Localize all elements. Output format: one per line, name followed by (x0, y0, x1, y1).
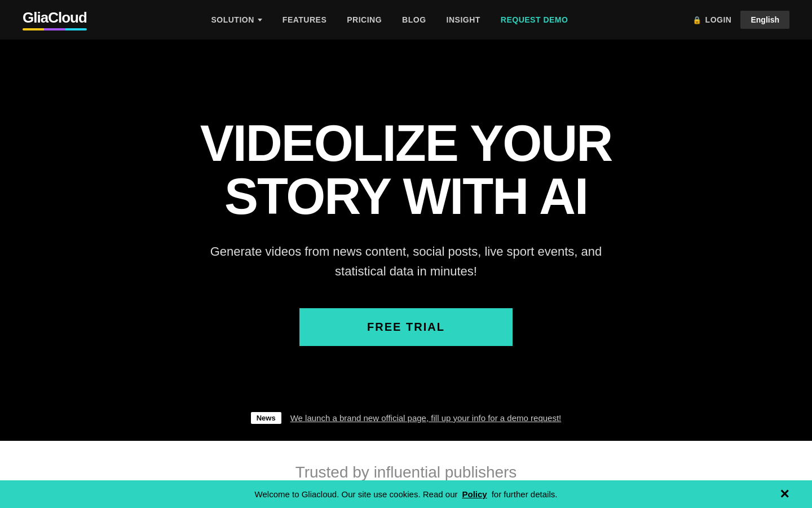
news-link[interactable]: We launch a brand new official page, fil… (290, 413, 562, 423)
nav-link-features[interactable]: FEATURES (283, 15, 326, 24)
nav-link-pricing[interactable]: PRICING (347, 15, 382, 24)
nav-link-request-demo[interactable]: REQUEST DEMO (501, 15, 568, 24)
nav-item-request-demo[interactable]: REQUEST DEMO (501, 15, 568, 25)
nav-right: 🔒 LOGIN English (692, 11, 789, 29)
news-bar: News We launch a brand new official page… (0, 401, 812, 441)
nav-link-blog[interactable]: BLOG (402, 15, 426, 24)
hero-subtitle: Generate videos from news content, socia… (192, 242, 620, 281)
underline-cyan (65, 28, 87, 30)
cookie-close-button[interactable]: ✕ (779, 488, 789, 501)
logo-text-part2: Cloud (48, 9, 87, 26)
logo[interactable]: GliaCloud (23, 9, 87, 30)
language-button[interactable]: English (740, 11, 789, 29)
cookie-banner: Welcome to Gliacloud. Our site use cooki… (0, 480, 812, 508)
free-trial-button[interactable]: FREE TRIAL (299, 308, 513, 346)
nav-links: SOLUTION FEATURES PRICING BLOG INSIGHT R… (211, 15, 568, 25)
underline-yellow (23, 28, 44, 30)
lock-icon: 🔒 (692, 16, 702, 24)
login-button[interactable]: 🔒 LOGIN (692, 15, 731, 24)
nav-item-insight[interactable]: INSIGHT (447, 15, 480, 25)
news-badge: News (251, 412, 281, 424)
chevron-down-icon (258, 19, 262, 21)
nav-item-blog[interactable]: BLOG (402, 15, 426, 25)
logo-text-part1: Glia (23, 9, 48, 26)
underline-purple (44, 28, 65, 30)
hero-section: VIDEOLIZE YOUR STORY WITH AI Generate vi… (0, 40, 812, 401)
logo-underline (23, 28, 87, 30)
nav-item-solution[interactable]: SOLUTION (211, 15, 262, 24)
hero-title: VIDEOLIZE YOUR STORY WITH AI (124, 117, 688, 224)
nav-item-features[interactable]: FEATURES (283, 15, 326, 25)
trusted-title: Trusted by influential publishers (23, 463, 789, 481)
nav-item-pricing[interactable]: PRICING (347, 15, 382, 25)
cookie-text-before: Welcome to Gliacloud. Our site use cooki… (255, 489, 458, 499)
cookie-policy-link[interactable]: Policy (462, 489, 487, 499)
cookie-text-after: for further details. (492, 489, 558, 499)
nav-link-solution[interactable]: SOLUTION (211, 15, 262, 24)
login-label: LOGIN (705, 15, 732, 24)
navbar: GliaCloud SOLUTION FEATURES PRICING BLOG (0, 0, 812, 40)
nav-link-insight[interactable]: INSIGHT (447, 15, 480, 24)
